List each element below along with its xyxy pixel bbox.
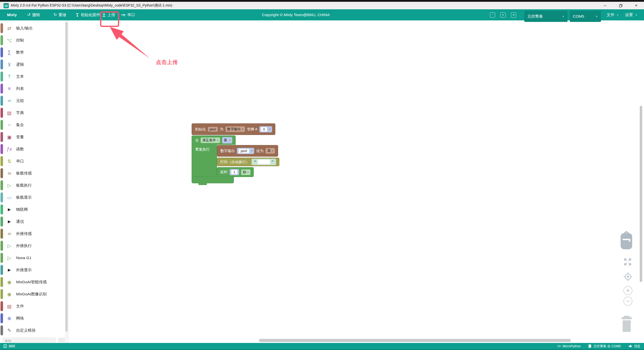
canvas-vscrollbar[interactable] xyxy=(640,106,642,282)
category-color-strip xyxy=(1,132,3,142)
sidebar-category[interactable]: ∩ 集合 xyxy=(0,119,65,131)
sidebar-category-list: ⇄ 输入/输出 ⌥ 控制 ∑ 数学 ⊻ 逻辑 T 文本 ≡ 列表 xyxy=(0,22,65,336)
field-pin-name[interactable]: pin# xyxy=(208,127,218,132)
sidebar-category[interactable]: ▶ 物联网 xyxy=(0,203,65,216)
sidebar-category[interactable]: ((•)) 外接传感 xyxy=(0,228,65,240)
sidebar-category[interactable]: ◉ MixGoAI智能传感 xyxy=(0,276,65,288)
sidebar-category[interactable]: ◉ MixGoAI图像识别 xyxy=(0,288,65,300)
code-icon: </> xyxy=(557,344,561,348)
sidebar-category[interactable]: ∑ 数学 xyxy=(0,46,65,58)
sidebar-category[interactable]: ▤ 字典 xyxy=(0,107,65,119)
board-connection-status[interactable]: 元控青春 在 COM5 xyxy=(588,344,621,348)
window-titlebar: ω Mixly 2.0 rc4 For Python ESP32-S3 (C:\… xyxy=(0,2,644,9)
sidebar-scrollbar-thumb[interactable] xyxy=(65,22,68,332)
field-string-value[interactable]: Mixly xyxy=(258,160,270,164)
category-color-strip xyxy=(1,35,3,45)
minimize-button[interactable]: – xyxy=(597,2,613,9)
sidebar-category[interactable]: ▶ 外接显示 xyxy=(0,264,65,276)
category-color-strip xyxy=(1,265,3,275)
dropdown-condition[interactable]: 满足条件 xyxy=(201,137,220,143)
block-repeat-label[interactable]: 重复执行 xyxy=(192,145,217,177)
collapse-sidebar-icon: |< xyxy=(500,12,506,18)
settings-menu[interactable]: 设置∨ xyxy=(625,9,637,20)
sidebar-category[interactable]: ▭ 板载显示 xyxy=(0,191,65,203)
expand-arrows-icon xyxy=(623,257,632,266)
sidebar-category[interactable]: ((•)) 板载传感 xyxy=(0,167,65,179)
sidebar-category[interactable]: ▷ Nova G1 xyxy=(0,252,65,264)
messages-button[interactable]: 消息 xyxy=(628,344,640,348)
block-delay[interactable]: 延时 1 秒 xyxy=(217,167,254,177)
block-pin0[interactable]: pin0 xyxy=(237,148,254,154)
close-button[interactable]: × xyxy=(628,2,644,9)
sidebar-category[interactable]: ✎ 自定义模块 xyxy=(0,324,65,336)
zoom-in-button[interactable]: + xyxy=(623,286,632,295)
close-quote-icon: ” xyxy=(272,160,274,164)
port-select[interactable]: COM5▼ xyxy=(570,11,601,22)
block-when-condition[interactable]: 当 满足条件 真 xyxy=(192,135,236,145)
open-quote-icon: “ xyxy=(254,160,256,164)
iot-expand-icon: ▶ xyxy=(6,207,13,212)
sidebar-category[interactable]: ≡ 列表 xyxy=(0,83,65,95)
sidebar-search-input[interactable]: 查找 xyxy=(3,338,56,342)
block-init-pin[interactable]: 初始化 pin# 为 数字输出 管脚 # 0 xyxy=(192,123,275,135)
sidebar-category[interactable]: ⊕ 网络 xyxy=(0,312,65,324)
backpack-button[interactable] xyxy=(620,231,633,251)
external-actuator-icon: ▷ xyxy=(6,243,13,249)
undo-icon: ↺ xyxy=(27,13,30,17)
sidebar-category[interactable]: ⌥ 控制 xyxy=(0,34,65,46)
redo-button[interactable]: ↻重做 xyxy=(54,9,66,20)
reset-view-button[interactable] xyxy=(623,272,633,283)
mixly-brand: Mixly xyxy=(7,9,17,20)
sidebar-category[interactable]: ▷ 外接执行 xyxy=(0,240,65,252)
block-repeat-footer[interactable] xyxy=(192,177,234,183)
center-blocks-button[interactable] xyxy=(623,257,632,267)
sidebar-category[interactable]: ▶ 通信 xyxy=(0,216,65,228)
category-color-strip xyxy=(1,192,3,202)
block-digital-write[interactable]: 数字输出 pin0 设为 高 xyxy=(217,145,278,157)
chip-icon xyxy=(588,344,591,348)
canvas-hscrollbar[interactable] xyxy=(259,339,571,342)
sidebar-category[interactable]: ▤ 文件 xyxy=(0,300,65,312)
logic-icon: ⊻ xyxy=(6,62,13,67)
sidebar-category[interactable]: T 文本 xyxy=(0,71,65,83)
examples-button[interactable]: 例程 xyxy=(4,344,15,348)
block-print[interactable]: 打印（自动换行） “ Mixly ” xyxy=(217,158,279,166)
sidebar-category[interactable]: ▷ 板载执行 xyxy=(0,179,65,191)
sidebar-category[interactable]: ⇄ 输入/输出 xyxy=(0,22,65,34)
tuple-icon: ∞ xyxy=(6,98,13,103)
trash-button[interactable] xyxy=(620,314,633,334)
text-icon: T xyxy=(6,74,13,79)
board-select[interactable]: 元控青春▼ xyxy=(524,11,568,22)
serial-monitor-button[interactable]: 串口 xyxy=(121,9,135,20)
restore-button[interactable] xyxy=(613,2,628,9)
dropdown-pin-mode[interactable]: 数字输出 xyxy=(226,126,245,132)
sidebar-scrollbar-track[interactable] xyxy=(65,20,68,343)
undo-button[interactable]: ↺撤销 xyxy=(27,9,40,20)
toggle-code-button[interactable]: </> xyxy=(511,9,516,20)
file-menu[interactable]: 文件∨ xyxy=(607,9,619,20)
block-delay-value[interactable]: 1 xyxy=(230,169,239,175)
toggle-toolbar-button[interactable]: ^ xyxy=(490,9,495,20)
chevron-down-icon: ▼ xyxy=(562,15,565,18)
zoom-out-button[interactable]: − xyxy=(623,297,632,306)
sidebar-category[interactable]: ▣ 变量 xyxy=(0,131,65,143)
dropdown-time-unit[interactable]: 秒 xyxy=(241,169,250,175)
language-mode-status[interactable]: </> MicroPython xyxy=(557,344,581,348)
external-sensor-icon: ((•)) xyxy=(6,232,13,235)
network-icon: ⊕ xyxy=(6,316,13,321)
sidebar-category[interactable]: ⊻ 逻辑 xyxy=(0,58,65,71)
init-firmware-button[interactable]: 初始化固件 xyxy=(75,9,100,20)
category-color-strip xyxy=(1,217,3,227)
dropdown-high-low[interactable]: 高 xyxy=(266,148,275,154)
category-color-strip xyxy=(1,204,3,215)
sidebar-category[interactable]: ⇅ 串口 xyxy=(0,155,65,167)
sidebar-category[interactable]: ƒx 函数 xyxy=(0,143,65,155)
annotation-label: 点击上传 xyxy=(156,59,178,66)
block-pin-number[interactable]: 0 xyxy=(259,126,272,132)
sidebar-category[interactable]: ∞ 元组 xyxy=(0,95,65,107)
block-string-mixly[interactable]: “ Mixly ” xyxy=(251,159,276,165)
backpack-icon xyxy=(620,231,633,250)
upload-button[interactable]: 上传 xyxy=(102,9,115,20)
block-true-value[interactable]: 真 xyxy=(222,137,232,144)
toggle-sidebar-button[interactable]: |< xyxy=(500,9,506,20)
